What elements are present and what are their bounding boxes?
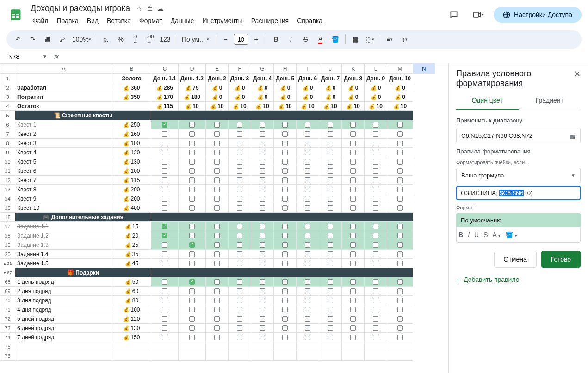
checkbox[interactable] (305, 298, 310, 303)
checkbox[interactable] (328, 251, 333, 257)
checkbox[interactable] (237, 325, 242, 331)
checkbox[interactable] (328, 187, 333, 192)
sheets-logo[interactable] (6, 6, 25, 24)
checkbox[interactable] (350, 122, 356, 128)
checkbox[interactable] (305, 177, 310, 183)
checkbox[interactable] (260, 316, 265, 322)
close-icon[interactable]: ✕ (574, 69, 581, 79)
checkbox[interactable] (162, 316, 167, 322)
checkbox[interactable] (373, 316, 378, 322)
checkbox[interactable] (282, 316, 288, 322)
checkbox[interactable] (282, 298, 288, 303)
checkbox[interactable] (350, 150, 356, 155)
checkbox[interactable] (282, 187, 288, 192)
checkbox[interactable] (214, 242, 220, 248)
col-header-A[interactable]: A (15, 64, 112, 74)
checkbox[interactable] (397, 325, 403, 331)
checkbox[interactable] (282, 141, 288, 146)
checkbox[interactable] (260, 279, 265, 285)
checkbox[interactable] (282, 150, 288, 155)
checkbox[interactable] (214, 298, 220, 303)
checkbox[interactable] (260, 168, 265, 174)
checkbox[interactable] (328, 316, 333, 322)
checkbox[interactable] (305, 261, 310, 266)
checkbox[interactable] (350, 298, 356, 303)
checkbox[interactable] (328, 177, 333, 183)
col-header-M[interactable]: M (387, 64, 413, 74)
checkbox[interactable] (214, 261, 220, 266)
checkbox[interactable] (350, 205, 356, 211)
checkbox[interactable] (328, 279, 333, 285)
col-header-D[interactable]: D (179, 64, 206, 74)
checkbox[interactable] (350, 159, 356, 165)
checkbox[interactable] (397, 196, 403, 202)
checkbox[interactable] (214, 131, 220, 137)
checkbox[interactable] (162, 141, 167, 146)
checkbox[interactable] (350, 251, 356, 257)
checkbox[interactable] (350, 335, 356, 340)
meet-icon[interactable]: ▾ (470, 6, 486, 23)
italic-icon[interactable]: I (468, 231, 470, 238)
checkbox[interactable] (350, 196, 356, 202)
checkbox[interactable] (214, 205, 220, 211)
checkbox[interactable] (214, 150, 220, 155)
checkbox[interactable] (214, 251, 220, 257)
range-input[interactable]: C6:N15,C17:N66,C68:N72 ▦ (456, 128, 581, 143)
checkbox[interactable] (162, 196, 167, 202)
checkbox[interactable] (397, 205, 403, 211)
checkbox[interactable] (350, 131, 356, 137)
checkbox[interactable] (237, 150, 242, 155)
checkbox[interactable] (328, 288, 333, 294)
checkbox[interactable] (237, 168, 242, 174)
checkbox[interactable] (282, 242, 288, 248)
redo-icon[interactable]: ↷ (26, 32, 40, 46)
checkbox[interactable] (237, 298, 242, 303)
checkbox[interactable] (189, 196, 195, 202)
checkbox[interactable] (260, 196, 265, 202)
col-header-B[interactable]: B (112, 64, 151, 74)
more-formats-button[interactable]: 123 (158, 32, 172, 46)
checkbox[interactable] (189, 177, 195, 183)
col-header-N[interactable]: N (413, 64, 435, 74)
checkbox[interactable] (237, 131, 242, 137)
menu-Справка[interactable]: Справка (293, 15, 326, 26)
checkbox[interactable] (189, 168, 195, 174)
checkbox[interactable] (214, 122, 220, 128)
checkbox[interactable] (237, 251, 242, 257)
checkbox[interactable] (260, 131, 265, 137)
checkbox[interactable] (214, 316, 220, 322)
grid-select-icon[interactable]: ▦ (569, 132, 576, 139)
checkbox[interactable] (282, 159, 288, 165)
checkbox[interactable] (162, 288, 167, 294)
checkbox[interactable] (397, 261, 403, 266)
checkbox[interactable] (328, 261, 333, 266)
checkbox[interactable] (373, 196, 378, 202)
checkbox[interactable] (189, 316, 195, 322)
checkbox[interactable] (189, 131, 195, 137)
checkbox[interactable] (305, 307, 310, 312)
checkbox[interactable] (328, 335, 333, 340)
checkbox[interactable] (237, 316, 242, 322)
checkbox[interactable] (237, 242, 242, 248)
checkbox[interactable] (260, 187, 265, 192)
checkbox[interactable] (237, 159, 242, 165)
checkbox[interactable] (305, 316, 310, 322)
menu-Данные[interactable]: Данные (167, 15, 198, 26)
col-header-H[interactable]: H (274, 64, 297, 74)
checkbox[interactable] (328, 325, 333, 331)
increase-decimal-button[interactable]: .00→ (143, 32, 157, 46)
checkbox[interactable] (373, 307, 378, 312)
checkbox[interactable] (282, 307, 288, 312)
checkbox[interactable] (162, 122, 167, 128)
checkbox[interactable] (328, 168, 333, 174)
checkbox[interactable] (397, 168, 403, 174)
checkbox[interactable] (214, 335, 220, 340)
checkbox[interactable] (237, 187, 242, 192)
checkbox[interactable] (305, 288, 310, 294)
checkbox[interactable] (373, 233, 378, 238)
menu-Инструменты[interactable]: Инструменты (198, 15, 246, 26)
checkbox[interactable] (328, 131, 333, 137)
checkbox[interactable] (373, 335, 378, 340)
checkbox[interactable] (282, 251, 288, 257)
font-select[interactable]: По ум... ▾ (178, 32, 213, 46)
